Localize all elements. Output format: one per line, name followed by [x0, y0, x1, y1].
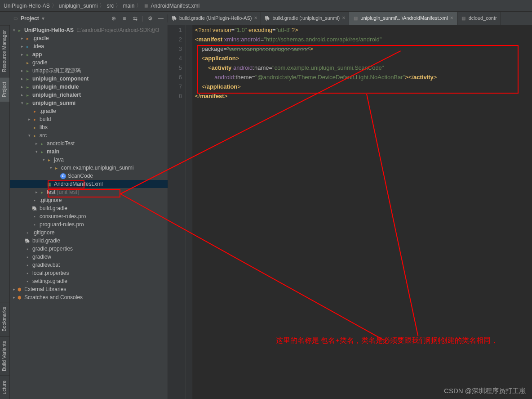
xml-icon: ▦ [353, 16, 358, 21]
xml-icon: ▦ [143, 3, 149, 8]
file-icon: ▪ [24, 254, 31, 260]
project-icon: ▭ [13, 16, 18, 21]
tree-item[interactable]: ▸▸androidTest [10, 139, 168, 148]
tree-item[interactable]: ▸⬢External Libraries [10, 285, 168, 293]
editor-tabs: 🐘build.gradle (UniPlugin-Hello-AS)× 🐘bui… [168, 12, 532, 25]
tree-item[interactable]: ▸▸uniplugin_module [10, 83, 168, 91]
file-icon: ▪ [24, 262, 31, 268]
tree-item[interactable]: ▸.gradle [10, 107, 168, 115]
folder-icon: ▸ [24, 59, 31, 66]
module-icon: ▸ [24, 76, 31, 82]
tab-2[interactable]: ▦uniplugin_sunmi\...\AndroidManifest.xml… [349, 12, 457, 25]
tree-item[interactable]: 🐘build.gradle [10, 237, 168, 245]
project-header: ▭ Project ▾ ⊕ ≡ ⇆ | ⚙ — [10, 14, 168, 22]
tree-item[interactable]: ▸▸.idea [10, 42, 168, 50]
tree-item[interactable]: ▾▸main [10, 148, 168, 156]
bc-0[interactable]: UniPlugin-Hello-AS [4, 3, 50, 9]
tree-item[interactable]: 🐘build.gradle [10, 204, 168, 212]
tab-3[interactable]: ▦dcloud_contr [457, 12, 501, 25]
module-icon: ▸ [39, 140, 45, 147]
file-icon: ▪ [24, 278, 31, 284]
expand-icon[interactable]: ⇆ [131, 14, 139, 22]
module-icon: ▸ [24, 100, 31, 106]
tree-item[interactable]: ▾▸src [10, 131, 168, 139]
tree-item[interactable]: ▦AndroidManifest.xml [10, 180, 168, 188]
module-icon: ▸ [24, 92, 31, 98]
tree-item[interactable]: ▾▸uniplugin_sunmi [10, 99, 168, 107]
bc-3[interactable]: main [123, 3, 134, 9]
gradle-icon: 🐘 [265, 16, 270, 21]
tree-item[interactable]: ▪local.properties [10, 269, 168, 277]
project-tree[interactable]: ▾▸UniPlugin-Hello-ASE:\androidProject\An… [10, 25, 168, 399]
left-tab-project[interactable]: Project [0, 77, 9, 102]
file-icon: ▪ [31, 197, 38, 203]
close-icon[interactable]: × [342, 15, 345, 21]
project-title[interactable]: Project [21, 15, 39, 22]
module-icon: ▸ [39, 189, 45, 195]
watermark: CSDN @深圳程序员打工崽 [444, 387, 526, 395]
tree-item[interactable]: ▸▸.gradle [10, 34, 168, 42]
gradle-icon: 🐘 [172, 16, 177, 21]
tree-item[interactable]: ▪.gitignore [10, 196, 168, 204]
module-icon: ▸ [16, 27, 22, 33]
tree-item[interactable]: ▪gradlew.bat [10, 261, 168, 269]
tree-item[interactable]: CScanCode [10, 172, 168, 180]
xml-icon: ▦ [461, 16, 466, 21]
bc-4[interactable]: AndroidManifest.xml [151, 3, 200, 9]
file-icon: ▪ [24, 246, 31, 252]
left-tab-buildvariants[interactable]: Build Variants [0, 336, 9, 376]
xml-icon: ▦ [46, 181, 52, 187]
bc-1[interactable]: uniplugin_sunmi [59, 3, 98, 9]
hide-icon[interactable]: — [157, 14, 165, 22]
tree-item[interactable]: ▪.gitignore [10, 229, 168, 237]
tree-item[interactable]: ▸▸build [10, 115, 168, 123]
tree-item[interactable]: ▸▸test[unitTest] [10, 188, 168, 196]
tool-window-strip: Resource Manager Project Bookmarks Build… [0, 25, 10, 399]
bc-2[interactable]: src [106, 3, 114, 9]
target-icon[interactable]: ⊕ [110, 14, 118, 22]
tree-item[interactable]: ▪settings.gradle [10, 277, 168, 285]
file-icon: ▪ [24, 270, 31, 276]
tab-0[interactable]: 🐘build.gradle (UniPlugin-Hello-AS)× [168, 12, 261, 25]
tree-item[interactable]: ▸▸uniapp示例工程源码 [10, 67, 168, 75]
tree-item[interactable]: ▪gradlew [10, 253, 168, 261]
tree-item[interactable]: ▸▸uniplugin_component [10, 75, 168, 83]
tree-item[interactable]: ▪gradle.properties [10, 245, 168, 253]
close-icon[interactable]: × [450, 15, 453, 21]
tree-item[interactable]: ▾▸java [10, 156, 168, 164]
tree-item[interactable]: ▸⬢Scratches and Consoles [10, 293, 168, 301]
gradle-icon: 🐘 [31, 205, 38, 211]
file-icon: ▪ [24, 229, 31, 236]
module-icon: ▸ [39, 148, 45, 155]
tree-item[interactable]: ▾▸com.example.uniplugin_sunmi [10, 164, 168, 172]
breadcrumb: UniPlugin-Hello-AS〉 uniplugin_sunmi〉 src… [0, 0, 532, 12]
folder-icon: ▸ [31, 116, 38, 122]
gradle-icon: 🐘 [24, 238, 31, 244]
file-icon: ▪ [31, 213, 38, 220]
fold-column[interactable] [186, 25, 192, 399]
tree-item[interactable]: ▸libs [10, 123, 168, 131]
tree-item[interactable]: ▪proguard-rules.pro [10, 220, 168, 229]
folder-icon: ▸ [24, 35, 31, 41]
line-gutter: 12345678 [168, 25, 186, 399]
left-tab-structure[interactable]: ucture [0, 376, 9, 399]
gear-icon[interactable]: ⚙ [146, 14, 154, 22]
folder-icon: ▸ [24, 43, 31, 49]
tab-1[interactable]: 🐘build.gradle (:uniplugin_sunmi)× [261, 12, 349, 25]
toolbar-row: ▭ Project ▾ ⊕ ≡ ⇆ | ⚙ — 🐘build.gradle (U… [0, 12, 532, 25]
collapse-icon[interactable]: ≡ [120, 14, 129, 22]
tree-item[interactable]: ▪consumer-rules.pro [10, 212, 168, 220]
close-icon[interactable]: × [254, 15, 257, 21]
tree-item[interactable]: ▸▸uniplugin_richalert [10, 91, 168, 99]
left-tab-resource[interactable]: Resource Manager [0, 25, 9, 77]
file-icon: ▪ [31, 221, 38, 228]
tree-root[interactable]: ▾▸UniPlugin-Hello-ASE:\androidProject\An… [10, 26, 168, 34]
module-icon: ▸ [24, 84, 31, 90]
library-icon: ⬢ [16, 294, 22, 300]
left-tab-bookmarks[interactable]: Bookmarks [0, 302, 9, 336]
library-icon: ⬢ [16, 286, 22, 292]
annotation-text: 这里的名称是 包名+类名，类名是必须要跟我们刚刚创建的类名相同， [276, 335, 501, 346]
tree-item[interactable]: ▸gradle [10, 58, 168, 67]
folder-icon: ▸ [31, 108, 38, 114]
tree-item[interactable]: ▸▸app [10, 50, 168, 58]
